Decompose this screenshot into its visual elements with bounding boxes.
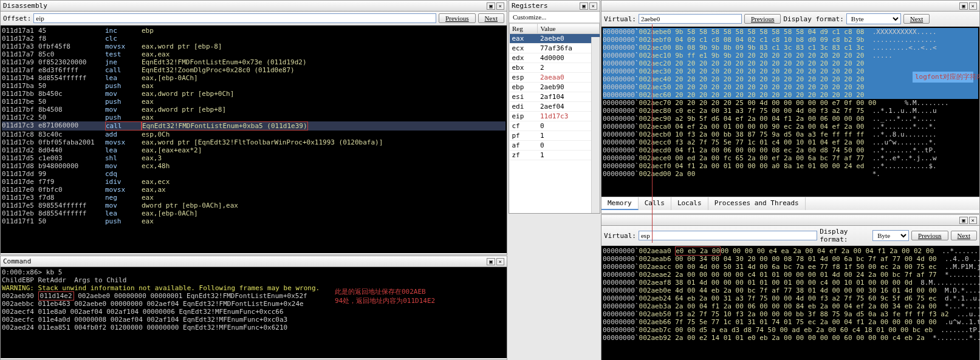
memory1-title bbox=[604, 2, 608, 10]
panel-dock-icon[interactable]: ▣ bbox=[487, 2, 495, 10]
command-panel: Command ▣ × 0:000:x86> kb 5ChildEBP RetA… bbox=[0, 256, 507, 360]
display-format-select[interactable]: Byte bbox=[846, 13, 901, 24]
register-row[interactable]: edx4d0000 bbox=[510, 53, 600, 63]
memory2-title bbox=[604, 216, 608, 224]
memory-tabs: MemoryCallsLocalsProcesses and Threads bbox=[601, 197, 979, 210]
memory1-toolbar: Virtual: Previous Display format: Byte N… bbox=[601, 12, 979, 27]
panel-icons: ▣ × bbox=[959, 217, 977, 224]
display-format-select[interactable]: Byte bbox=[872, 230, 909, 241]
memory2-toolbar: Virtual: Display format: Byte Previous N… bbox=[601, 226, 979, 246]
reg-header[interactable]: Reg bbox=[510, 24, 538, 34]
panel-dock-icon[interactable]: ▣ bbox=[959, 217, 967, 224]
register-row[interactable]: eax2aebe0 bbox=[510, 34, 600, 44]
registers-title: Registers bbox=[512, 2, 548, 10]
register-row[interactable]: ebx2 bbox=[510, 63, 600, 73]
registers-panel: Registers ▣ × Customize... Reg Value eax… bbox=[509, 0, 600, 214]
memory1-hex[interactable]: 00000000`002aebe0 9b 58 58 58 58 58 58 5… bbox=[601, 27, 979, 197]
registers-scrollbar[interactable] bbox=[591, 37, 600, 213]
virtual-label: Virtual: bbox=[604, 232, 636, 240]
value-header[interactable]: Value bbox=[538, 24, 600, 34]
tab-processes-and-threads[interactable]: Processes and Threads bbox=[708, 197, 806, 210]
tab-locals[interactable]: Locals bbox=[671, 197, 708, 210]
memory2-panel: ▣ × Virtual: Display format: Byte Previo… bbox=[601, 214, 980, 360]
offset-label: Offset: bbox=[3, 15, 31, 22]
customize-button[interactable]: Customize... bbox=[509, 12, 600, 23]
next-button[interactable]: Next bbox=[951, 231, 977, 240]
panel-icons: ▣ × bbox=[580, 2, 597, 10]
register-row[interactable]: esi2af104 bbox=[510, 92, 600, 102]
panel-dock-icon[interactable]: ▣ bbox=[959, 2, 967, 10]
disassembly-title: Disassembly bbox=[3, 2, 47, 10]
register-row[interactable]: eip11d17c3 bbox=[510, 112, 600, 121]
registers-table: Reg Value eax2aebe0ecx77af36faedx4d0000e… bbox=[509, 23, 600, 160]
register-row[interactable]: cf0 bbox=[510, 121, 600, 131]
disasm-code[interactable]: 011d17a1 45 inc ebp011d17a2 f8 clc 011d1… bbox=[1, 25, 507, 253]
disassembly-panel: Disassembly ▣ × Offset: Previous Next 01… bbox=[0, 0, 507, 255]
panel-icons: ▣ × bbox=[487, 2, 504, 10]
next-button[interactable]: Next bbox=[903, 14, 930, 24]
disasm-toolbar: Offset: Previous Next bbox=[1, 12, 507, 25]
previous-button[interactable]: Previous bbox=[911, 231, 948, 240]
disassembly-title-bar: Disassembly ▣ × bbox=[1, 1, 507, 12]
command-title: Command bbox=[3, 257, 31, 265]
annotation-line bbox=[652, 24, 653, 243]
offset-input[interactable] bbox=[33, 13, 436, 23]
virtual-input[interactable] bbox=[639, 231, 817, 240]
register-row[interactable]: zf1 bbox=[510, 151, 600, 160]
previous-button[interactable]: Previous bbox=[439, 13, 476, 23]
register-row[interactable]: ecx77af36fa bbox=[510, 44, 600, 53]
panel-dock-icon[interactable]: ▣ bbox=[580, 2, 588, 10]
registers-title-bar: Registers ▣ × bbox=[509, 1, 600, 12]
register-row[interactable]: edi2aef04 bbox=[510, 102, 600, 112]
virtual-label: Virtual: bbox=[604, 15, 636, 23]
command-title-bar: Command ▣ × bbox=[1, 256, 507, 267]
memory2-title-bar: ▣ × bbox=[601, 215, 979, 226]
next-button[interactable]: Next bbox=[478, 13, 504, 23]
virtual-input[interactable] bbox=[639, 14, 742, 24]
panel-icons: ▣ × bbox=[959, 2, 977, 10]
close-icon[interactable]: × bbox=[969, 217, 977, 224]
display-format-label: Display format: bbox=[820, 228, 870, 243]
panel-dock-icon[interactable]: ▣ bbox=[487, 258, 495, 265]
tab-calls[interactable]: Calls bbox=[639, 197, 671, 210]
memory1-title-bar: ▣ × bbox=[601, 1, 979, 12]
display-format-label: Display format: bbox=[783, 15, 843, 23]
previous-button[interactable]: Previous bbox=[744, 14, 781, 24]
memory2-hex[interactable]: 00000000`002aeaa0 e0 eb 2a 0000 00 00 00… bbox=[601, 246, 979, 360]
close-icon[interactable]: × bbox=[496, 258, 504, 265]
memory1-panel: ▣ × Virtual: Previous Display format: By… bbox=[601, 0, 980, 214]
command-output[interactable]: 0:000:x86> kb 5ChildEBP RetAddr Args to … bbox=[1, 267, 507, 358]
close-icon[interactable]: × bbox=[496, 2, 504, 10]
register-row[interactable]: pf1 bbox=[510, 131, 600, 141]
close-icon[interactable]: × bbox=[589, 2, 597, 10]
register-row[interactable]: ebp2aeb90 bbox=[510, 83, 600, 92]
tab-memory[interactable]: Memory bbox=[601, 197, 639, 210]
close-icon[interactable]: × bbox=[969, 2, 977, 10]
panel-icons: ▣ × bbox=[487, 258, 504, 265]
register-row[interactable]: af0 bbox=[510, 141, 600, 151]
register-row[interactable]: esp2aeaa0 bbox=[510, 73, 600, 83]
